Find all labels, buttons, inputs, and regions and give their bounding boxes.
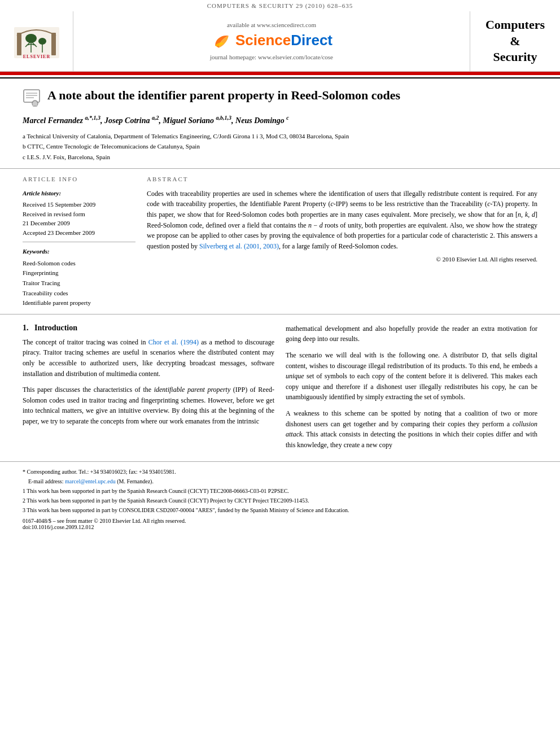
fn1-text: 1 This work has been supported in part b… xyxy=(23,487,537,495)
journal-volume-bar: COMPUTERS & SECURITY 29 (2010) 628–635 xyxy=(0,0,560,11)
keyword-2: Fingerprinting xyxy=(23,268,135,278)
article-authors: Marcel Fernandez a,*,1,3, Josep Cotrina … xyxy=(23,113,537,127)
elsevier-logo: ELSEVIER xyxy=(0,11,73,71)
email-address: marcel@entel.upc.edu xyxy=(65,478,116,484)
page-header: COMPUTERS & SECURITY 29 (2010) 628–635 xyxy=(0,0,560,78)
corresponding-text: * Corresponding author. Tel.: +34 934016… xyxy=(23,469,176,475)
elsevier-logo-image: ELSEVIER xyxy=(8,21,65,61)
keyword-3: Traitor Tracing xyxy=(23,278,135,289)
intro-title: Introduction xyxy=(34,324,77,332)
article-info-heading: ARTICLE INFO xyxy=(23,174,135,184)
revised-label: Received in revised form xyxy=(23,209,135,219)
fn2-text: 2 This work has been supported in part b… xyxy=(23,496,537,505)
article-info-panel: ARTICLE INFO Article history: Received 1… xyxy=(23,174,135,308)
intro-para2: This paper discusses the characteristics… xyxy=(23,385,274,426)
keyword-1: Reed-Solomon codes xyxy=(23,259,135,269)
fn3-text: 3 This work has been supported in part b… xyxy=(23,506,537,514)
article-header: A note about the identifier parent prope… xyxy=(0,78,560,169)
journal-name-ampersand: & xyxy=(485,33,545,50)
affiliation-b: b CTTC, Centre Tecnologic de Telecomunic… xyxy=(23,142,537,151)
email-footnote: E-mail address: marcel@entel.upc.edu (M.… xyxy=(23,477,537,486)
issn-line: 0167-4048/$ – see front matter © 2010 El… xyxy=(23,518,537,524)
silverberg-link[interactable]: Silverberg et al. (2001, 2003) xyxy=(199,242,279,250)
svg-point-4 xyxy=(38,38,46,45)
affiliations: a Technical University of Catalonia, Dep… xyxy=(23,132,537,162)
article-info-abstract: ARTICLE INFO Article history: Received 1… xyxy=(0,169,560,314)
abstract-panel: ABSTRACT Codes with traceability propert… xyxy=(147,174,537,308)
intro-heading: 1. Introduction xyxy=(23,324,274,333)
available-at-text: available at www.sciencedirect.com xyxy=(227,21,316,28)
email-label: E-mail address: xyxy=(28,478,63,484)
abstract-text: Codes with traceability properties are u… xyxy=(147,189,537,252)
email-suffix: (M. Fernandez). xyxy=(117,478,154,484)
doi-line: doi:10.1016/j.cose.2009.12.012 xyxy=(23,524,537,530)
footer-copyright: 0167-4048/$ – see front matter © 2010 El… xyxy=(23,518,537,530)
svg-point-3 xyxy=(25,34,37,43)
accepted-date: Accepted 23 December 2009 xyxy=(23,228,135,238)
abstract-copyright: © 2010 Elsevier Ltd. All rights reserved… xyxy=(147,255,537,264)
received-date: Received 15 September 2009 xyxy=(23,200,135,209)
sd-leaf-icon xyxy=(211,32,233,49)
info-divider xyxy=(23,242,135,242)
chor-link[interactable]: Chor et al. (1994) xyxy=(148,338,199,346)
journal-homepage-text: journal homepage: www.elsevier.com/locat… xyxy=(210,54,333,60)
header-center: available at www.sciencedirect.com Scien… xyxy=(73,11,470,71)
intro-para1: The concept of traitor tracing was coine… xyxy=(23,337,274,379)
keywords-label: Keywords: xyxy=(23,247,135,256)
right-para3: A weakness to this scheme can be spotted… xyxy=(286,408,537,450)
journal-name: Computers & Security xyxy=(485,17,545,65)
journal-name-line1: Computers xyxy=(485,17,545,33)
journal-name-box: Computers & Security xyxy=(470,11,560,71)
article-type-icon xyxy=(23,89,41,107)
svg-rect-1 xyxy=(17,33,21,55)
svg-rect-2 xyxy=(51,33,56,55)
corresponding-footnote: * Corresponding author. Tel.: +34 934016… xyxy=(23,468,537,476)
sciencedirect-text: ScienceDirect xyxy=(235,32,333,49)
svg-rect-6 xyxy=(24,90,40,102)
keyword-5: Identifiable parent property xyxy=(23,298,135,308)
journal-name-line2: Security xyxy=(485,49,545,65)
right-para1: mathematical development and also hopefu… xyxy=(286,324,537,344)
body-right-col: mathematical development and also hopefu… xyxy=(286,324,537,456)
main-body: 1. Introduction The concept of traitor t… xyxy=(0,314,560,456)
body-left-col: 1. Introduction The concept of traitor t… xyxy=(23,324,274,456)
sciencedirect-logo: ScienceDirect xyxy=(211,32,333,49)
intro-num: 1. xyxy=(23,324,29,332)
history-label: Article history: xyxy=(23,189,135,198)
email-link[interactable]: marcel@entel.upc.edu xyxy=(65,478,116,484)
abstract-heading: ABSTRACT xyxy=(147,174,537,184)
article-title-row: A note about the identifier parent prope… xyxy=(23,88,537,107)
header-divider xyxy=(0,72,560,75)
journal-volume-text: COMPUTERS & SECURITY 29 (2010) 628–635 xyxy=(207,2,353,9)
keyword-4: Traceability codes xyxy=(23,289,135,299)
article-title: A note about the identifier parent prope… xyxy=(47,88,400,104)
revised-date: 21 December 2009 xyxy=(23,219,135,228)
right-para2: The scenario we will deal with is the fo… xyxy=(286,350,537,403)
footer: * Corresponding author. Tel.: +34 934016… xyxy=(0,461,560,536)
svg-text:ELSEVIER: ELSEVIER xyxy=(23,54,50,59)
affiliation-c: c I.E.S. J.V. Foix, Barcelona, Spain xyxy=(23,152,537,162)
affiliation-a: a Technical University of Catalonia, Dep… xyxy=(23,132,537,141)
header-top: ELSEVIER available at www.sciencedirect.… xyxy=(0,11,560,72)
